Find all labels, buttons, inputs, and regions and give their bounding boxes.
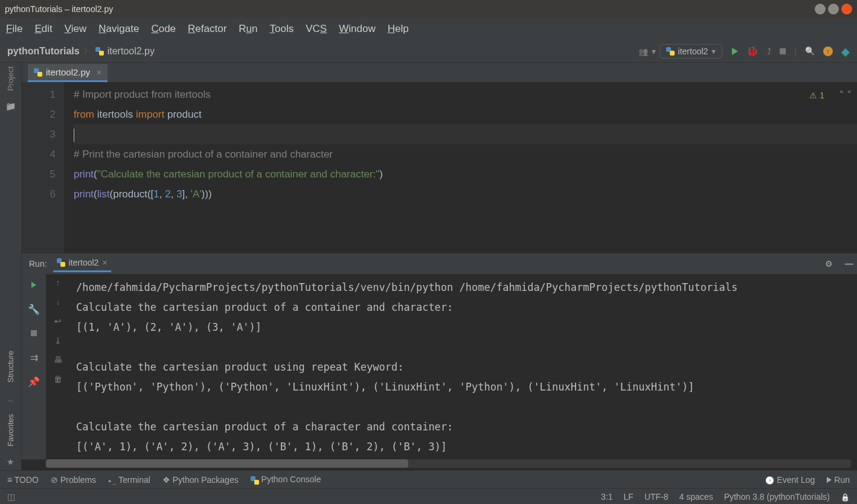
favorites-toolwindow-button[interactable]: Favorites [6,414,15,446]
python-file-icon [95,47,104,56]
layout-icon[interactable]: ⇉ [27,350,41,365]
pin-icon[interactable]: 📌 [27,374,41,389]
caret-position[interactable]: 3:1 [601,492,612,502]
down-icon[interactable]: ↓ [56,297,60,307]
left-tool-strip: Project Structure .. Favorites ★ [0,63,22,470]
menu-file[interactable]: File [6,23,22,35]
navigation-bar: pythonTutorials 〉 itertool2.py ▾ itertoo… [0,40,857,63]
print-icon[interactable]: 🖶 [54,355,62,365]
dropdown-icon[interactable]: ▾ [652,46,656,56]
clear-icon[interactable]: 🗑 [54,374,62,384]
menu-refactor[interactable]: Refactor [188,23,226,35]
horizontal-scrollbar[interactable] [46,459,851,468]
next-highlight-icon[interactable]: ˅ [847,86,852,106]
problems-button[interactable]: Problems [51,475,96,485]
breadcrumb-file[interactable]: itertool2.py [108,46,155,57]
rerun-button[interactable] [27,278,41,292]
indent-setting[interactable]: 4 spaces [679,492,713,502]
interpreter[interactable]: Python 3.8 (pythonTutorials) [724,492,830,502]
window-maximize-icon[interactable] [828,4,839,14]
hide-panel-icon[interactable] [845,259,853,269]
toolbar-actions: 🐞 ⤴ | ↑ [732,45,850,57]
menu-code[interactable]: Code [151,23,176,35]
menu-tools[interactable]: Tools [270,23,294,35]
todo-button[interactable]: TODO [7,475,39,485]
python-console-button[interactable]: Python Console [251,474,321,484]
scroll-to-end-icon[interactable]: ⤓ [54,336,62,345]
event-log-button[interactable]: Event Log [765,475,815,485]
run-tool-window: Run: itertool2 × 🔧 ⇉ 📌 [22,253,857,470]
search-everywhere-button[interactable] [805,46,815,56]
run-panel-label: Run: [29,259,47,269]
scrollbar-thumb[interactable] [46,459,408,468]
warning-count: 1 [820,86,824,106]
code-area[interactable]: # Import product from itertoolsfrom iter… [64,82,857,253]
quick-panel-icon[interactable]: ◫ [7,492,15,502]
menu-navigate[interactable]: Navigate [98,23,139,35]
soft-wrap-icon[interactable]: ↩ [54,316,62,326]
window-titlebar: pythonTutorials – itertool2.py [0,0,857,18]
window-controls [815,4,852,14]
menu-edit[interactable]: Edit [34,23,52,35]
menu-view[interactable]: View [65,23,87,35]
code-with-me-icon[interactable] [638,46,648,56]
bottom-tool-strip: TODO Problems Terminal Python Packages P… [0,470,857,488]
structure-toolwindow-button[interactable]: Structure [6,351,15,383]
menu-vcs[interactable]: VCS [306,23,327,35]
run-config-name: itertool2 [678,46,708,56]
update-available-icon[interactable]: ↑ [823,46,833,56]
up-icon[interactable]: ↑ [56,278,60,287]
debug-button[interactable]: 🐞 [746,45,759,57]
close-run-tab-icon[interactable]: × [102,258,107,267]
python-icon [57,258,65,267]
window-minimize-icon[interactable] [815,4,826,14]
editor-tab-active[interactable]: itertool2.py × [28,64,108,82]
coverage-button[interactable]: ⤴ [767,46,771,56]
run-config-selector[interactable]: itertool2 ▾ [660,44,723,59]
project-toolwindow-button[interactable]: Project [6,66,15,91]
warning-icon [809,86,817,106]
line-number-gutter: 123456 [22,82,64,253]
window-close-icon[interactable] [841,4,852,14]
menu-window[interactable]: Window [339,23,375,35]
stop-icon[interactable] [27,326,41,340]
stop-button[interactable] [780,48,786,54]
run-settings-icon[interactable] [825,259,833,269]
line-separator[interactable]: LF [624,492,634,502]
run-controls-secondary: ↑ ↓ ↩ ⤓ 🖶 🗑 [46,274,70,459]
terminal-button[interactable]: Terminal [108,475,150,485]
python-packages-button[interactable]: Python Packages [162,475,239,485]
readonly-lock-icon[interactable] [841,492,850,502]
run-output[interactable]: /home/fahmida/PycharmProjects/pythonTuto… [70,274,857,459]
folder-icon[interactable] [5,101,16,111]
code-editor[interactable]: 123456 # Import product from itertoolsfr… [22,82,857,253]
run-tab-name: itertool2 [69,258,99,267]
editor-tabs: itertool2.py × [22,63,857,82]
edit-config-icon[interactable]: 🔧 [27,302,41,316]
ide-features-icon[interactable] [841,44,850,53]
file-encoding[interactable]: UTF-8 [644,492,669,502]
run-controls-primary: 🔧 ⇉ 📌 [22,274,46,459]
run-toolwindow-button[interactable]: Run [827,475,850,485]
run-panel-tab[interactable]: itertool2 × [53,255,111,272]
status-bar: ◫ 3:1 LF UTF-8 4 spaces Python 3.8 (pyth… [0,488,857,504]
window-title: pythonTutorials – itertool2.py [5,4,113,14]
chevron-right-icon: 〉 [83,46,92,57]
menu-run[interactable]: Run [239,23,257,35]
prev-highlight-icon[interactable]: ˄ [839,86,844,106]
python-icon [666,47,675,56]
menu-help[interactable]: Help [388,23,409,35]
run-button[interactable] [732,48,738,55]
tab-title: itertool2.py [46,67,90,77]
inspection-warning-badge[interactable]: 1 [809,86,824,106]
close-tab-icon[interactable]: × [96,67,101,77]
menu-bar: File Edit View Navigate Code Refactor Ru… [0,18,857,40]
chevron-down-icon: ▾ [711,46,716,56]
breadcrumb-project[interactable]: pythonTutorials [7,46,80,57]
python-file-icon [34,68,42,77]
